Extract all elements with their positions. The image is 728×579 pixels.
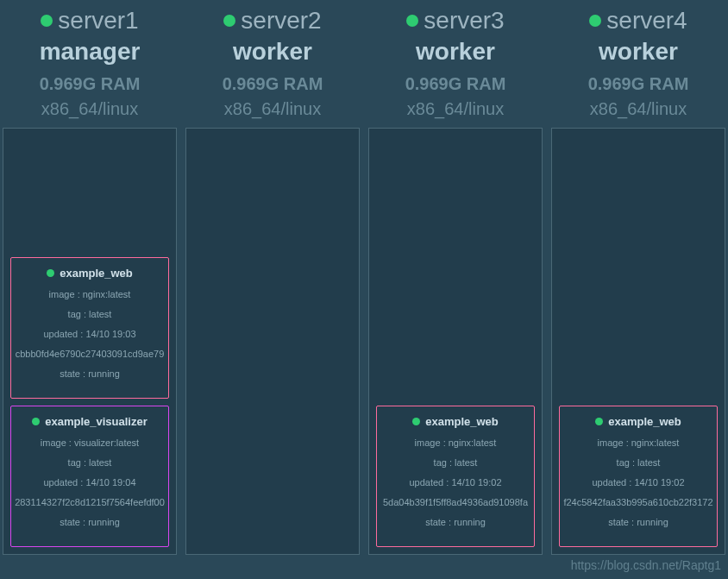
task-image: image : nginx:latest <box>563 438 713 448</box>
task-updated: updated : 14/10 19:04 <box>15 478 165 488</box>
node-name: server4 <box>606 7 687 35</box>
task-card[interactable]: example_webimage : nginx:latesttag : lat… <box>559 406 718 547</box>
status-indicator-icon <box>223 15 235 27</box>
node-title-row: server1 <box>3 7 177 35</box>
node-arch: x86_64/linux <box>3 99 177 119</box>
task-id: 283114327f2c8d1215f7564feefdf00 <box>15 498 165 507</box>
node-body: example_webimage : nginx:latesttag : lat… <box>368 128 543 555</box>
task-image: image : nginx:latest <box>15 290 165 299</box>
node-role: worker <box>185 38 360 66</box>
task-name: example_visualizer <box>45 415 147 428</box>
node-ram: 0.969G RAM <box>551 74 725 94</box>
node-arch: x86_64/linux <box>551 99 725 119</box>
node-header: server3worker0.969G RAMx86_64/linux <box>368 3 543 128</box>
task-title-row: example_web <box>563 415 713 428</box>
node-title-row: server4 <box>551 7 725 35</box>
node-column: server4worker0.969G RAMx86_64/linuxexamp… <box>551 3 725 555</box>
task-status-icon <box>412 418 420 425</box>
node-ram: 0.969G RAM <box>185 74 360 94</box>
status-indicator-icon <box>406 15 418 27</box>
node-title-row: server3 <box>368 7 543 35</box>
node-body <box>185 128 360 555</box>
node-name: server2 <box>241 7 321 35</box>
node-arch: x86_64/linux <box>185 99 360 119</box>
node-ram: 0.969G RAM <box>368 74 543 94</box>
task-image: image : nginx:latest <box>380 438 530 448</box>
watermark: https://blog.csdn.net/Raptg1 <box>571 558 721 572</box>
node-column: server1manager0.969G RAMx86_64/linuxexam… <box>3 3 177 555</box>
task-card[interactable]: example_webimage : nginx:latesttag : lat… <box>376 406 535 547</box>
node-body: example_webimage : nginx:latesttag : lat… <box>551 128 725 555</box>
task-title-row: example_web <box>15 267 165 280</box>
task-name: example_web <box>60 267 133 280</box>
task-tag: tag : latest <box>380 458 530 468</box>
task-name: example_web <box>425 415 499 428</box>
task-title-row: example_visualizer <box>15 415 165 428</box>
task-state: state : running <box>380 518 530 527</box>
node-column: server3worker0.969G RAMx86_64/linuxexamp… <box>368 3 543 555</box>
task-tag: tag : latest <box>15 310 165 319</box>
task-status-icon <box>32 418 40 425</box>
task-card[interactable]: example_visualizerimage : visualizer:lat… <box>10 406 169 547</box>
node-name: server3 <box>424 7 504 35</box>
node-header: server1manager0.969G RAMx86_64/linux <box>3 3 177 128</box>
node-role: manager <box>3 38 177 66</box>
node-header: server4worker0.969G RAMx86_64/linux <box>551 3 725 128</box>
task-tag: tag : latest <box>15 458 165 468</box>
node-column: server2worker0.969G RAMx86_64/linux <box>185 3 360 555</box>
task-id: f24c5842faa33b995a610cb22f3172 <box>563 498 713 507</box>
task-image: image : visualizer:latest <box>15 438 165 448</box>
node-title-row: server2 <box>185 7 360 35</box>
node-ram: 0.969G RAM <box>3 74 177 94</box>
node-arch: x86_64/linux <box>368 99 543 119</box>
task-name: example_web <box>608 415 681 428</box>
task-state: state : running <box>15 518 165 527</box>
task-updated: updated : 14/10 19:02 <box>563 478 713 488</box>
node-name: server1 <box>58 7 138 35</box>
task-tag: tag : latest <box>563 458 713 468</box>
task-updated: updated : 14/10 19:03 <box>15 330 165 339</box>
node-role: worker <box>551 38 725 66</box>
task-state: state : running <box>563 518 713 527</box>
task-updated: updated : 14/10 19:02 <box>380 478 530 488</box>
node-role: worker <box>368 38 543 66</box>
task-status-icon <box>47 269 54 277</box>
task-state: state : running <box>15 369 165 379</box>
status-indicator-icon <box>41 15 53 27</box>
swarm-visualizer: server1manager0.969G RAMx86_64/linuxexam… <box>0 0 728 557</box>
task-status-icon <box>595 418 603 425</box>
task-card[interactable]: example_webimage : nginx:latesttag : lat… <box>10 257 169 399</box>
task-title-row: example_web <box>380 415 530 428</box>
node-header: server2worker0.969G RAMx86_64/linux <box>185 3 360 128</box>
task-id: cbbb0fd4e6790c27403091cd9ae79 <box>15 349 165 359</box>
status-indicator-icon <box>589 15 601 27</box>
node-body: example_webimage : nginx:latesttag : lat… <box>3 128 177 555</box>
task-id: 5da04b39f1f5ff8ad4936ad91098fa <box>380 498 530 507</box>
